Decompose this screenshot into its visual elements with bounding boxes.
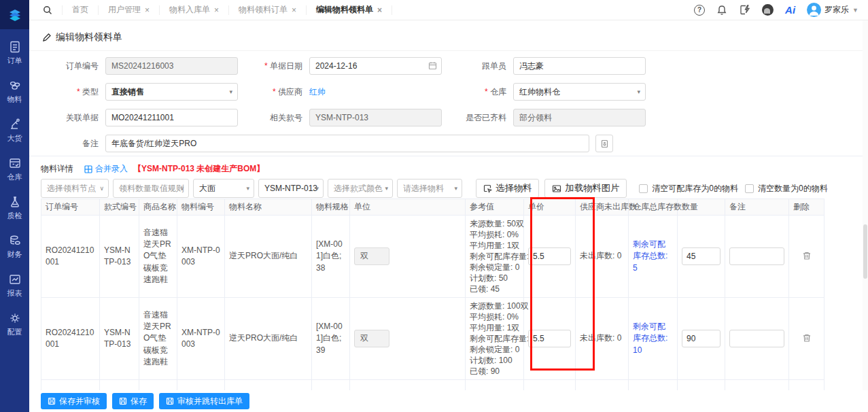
- material-part-select[interactable]: 大面 ▾: [193, 179, 254, 198]
- warehouse-stock-link[interactable]: 剩余可配库存总数: 10: [633, 322, 667, 355]
- qty-input[interactable]: [682, 330, 721, 347]
- supplier-link[interactable]: 红帅: [309, 87, 326, 97]
- user-menu[interactable]: 罗家乐 ▼: [807, 3, 858, 17]
- save-and-approve-button[interactable]: 保存并审核: [41, 393, 107, 409]
- app-logo[interactable]: [0, 0, 29, 29]
- type-select[interactable]: [105, 83, 238, 101]
- quick-actions-icon[interactable]: [739, 4, 750, 16]
- checkbox-icon[interactable]: [639, 184, 648, 193]
- style-color-select[interactable]: 选择款式颜色 ▾: [328, 179, 393, 198]
- type-label: 类型: [41, 86, 105, 98]
- requisition-node-select[interactable]: 选择领料节点 ∨: [41, 179, 109, 198]
- merge-entry-link[interactable]: 合并录入: [84, 163, 128, 175]
- ref-line: 计划数: 50: [470, 273, 519, 284]
- ref-line: 来源数量: 100双: [470, 301, 519, 311]
- button-label: 保存: [131, 396, 147, 407]
- calendar-icon[interactable]: [428, 61, 437, 70]
- trash-icon: [802, 251, 812, 260]
- close-icon[interactable]: ×: [292, 6, 296, 14]
- material-select[interactable]: 请选择物料 ▾: [397, 179, 462, 198]
- clear-zero-qty-checkbox[interactable]: 清空数量为0的物料: [745, 183, 828, 194]
- tab-material-requisition-order[interactable]: 物料领料订单 ×: [229, 5, 307, 15]
- approve-and-jump-outbound-button[interactable]: 审核并跳转出库单: [159, 393, 249, 409]
- row-remark-input[interactable]: [729, 247, 784, 265]
- select-value: 大面: [199, 183, 215, 194]
- select-value: 请选择物料: [403, 183, 444, 194]
- delete-row-button[interactable]: [802, 333, 812, 345]
- ref-line: 剩余可配库存量: 10: [470, 333, 519, 344]
- cell-material-name: 逆天PRO大面/纯白: [225, 216, 312, 298]
- sidebar-item-finance[interactable]: 财务: [7, 234, 22, 260]
- sidebar-item-bulk-goods[interactable]: 大货: [7, 118, 22, 143]
- theme-avatar-icon[interactable]: [762, 4, 774, 16]
- remark-label: 备注: [41, 138, 105, 150]
- close-icon[interactable]: ×: [214, 6, 219, 14]
- sidebar-item-label: 报表: [7, 288, 22, 298]
- clear-zero-stock-checkbox[interactable]: 清空可配库存为0的物料: [639, 183, 738, 194]
- remark-field[interactable]: [105, 135, 589, 152]
- qty-input[interactable]: [682, 247, 721, 265]
- save-button[interactable]: 保存: [112, 393, 154, 409]
- sidebar-item-quality[interactable]: 质检: [7, 195, 22, 221]
- divider: [29, 50, 868, 51]
- col-product-name: 商品名称: [139, 199, 177, 216]
- search-icon[interactable]: [43, 5, 52, 15]
- cell-supplier-pending: 未出库数: 0: [576, 298, 629, 380]
- tab-label: 物料入库单: [169, 4, 210, 16]
- tab-edit-material-requisition[interactable]: 编辑物料领料单 ×: [307, 5, 392, 15]
- ref-line: 平均用量: 1双: [470, 240, 519, 251]
- sidebar-item-reports[interactable]: 报表: [7, 273, 22, 298]
- sidebar-item-label: 质检: [7, 211, 22, 221]
- sidebar-item-orders[interactable]: 订单: [7, 40, 22, 66]
- row-remark-input[interactable]: [729, 330, 784, 347]
- button-label: 审核并跳转出库单: [177, 396, 243, 407]
- style-no-select[interactable]: YSM-NTP-013 ▾: [258, 179, 324, 198]
- logo-icon: [7, 7, 23, 23]
- unit-price-input[interactable]: [528, 330, 571, 347]
- image-icon: [552, 184, 561, 193]
- close-icon[interactable]: ×: [377, 6, 382, 14]
- checkbox-icon[interactable]: [745, 184, 754, 193]
- tab-label: 用户管理: [108, 4, 141, 16]
- close-icon[interactable]: ×: [145, 6, 150, 14]
- ref-line: 已领: 90: [470, 366, 519, 377]
- col-reference: 参考值: [466, 199, 524, 216]
- related-doc-field[interactable]: [105, 109, 238, 126]
- merchandiser-field[interactable]: [513, 57, 646, 75]
- scrollbar[interactable]: [863, 20, 868, 412]
- tab-label: 编辑物料领料单: [316, 4, 373, 16]
- warehouse-stock-link[interactable]: 剩余可配库存总数: 5: [633, 239, 667, 273]
- remark-template-button[interactable]: [595, 135, 613, 152]
- warehouse-select[interactable]: [513, 83, 646, 101]
- tab-user-management[interactable]: 用户管理 ×: [99, 5, 160, 15]
- doc-date-field[interactable]: [309, 57, 442, 75]
- help-icon[interactable]: ?: [694, 5, 705, 16]
- delete-row-button[interactable]: [802, 251, 812, 262]
- bell-icon[interactable]: [716, 5, 727, 16]
- related-style-field: [309, 109, 442, 126]
- sidebar-item-label: 大货: [7, 133, 22, 143]
- warehouse-label: 仓库: [449, 86, 513, 98]
- cell-spec: [XM-001]白色;38: [312, 216, 350, 298]
- ref-line: 来源数量: 50双: [470, 218, 519, 229]
- sidebar-item-label: 财务: [7, 250, 22, 260]
- sidebar-item-warehouse[interactable]: 仓库: [7, 156, 22, 182]
- order-no-field: [105, 57, 238, 75]
- load-material-images-button[interactable]: 加载物料图片: [544, 179, 627, 198]
- sidebar-item-materials[interactable]: 物料: [7, 79, 22, 105]
- sidebar-item-settings[interactable]: 配置: [7, 311, 22, 337]
- chevron-down-icon: ▼: [852, 7, 858, 14]
- order-no-label: 订单编号: [41, 61, 105, 72]
- save-icon: [48, 397, 56, 405]
- quality-icon: [8, 195, 22, 209]
- tab-material-inbound[interactable]: 物料入库单 ×: [160, 5, 229, 15]
- bulk-goods-icon: [8, 118, 22, 131]
- quantity-rule-select[interactable]: 领料数量取值规则 ∨: [113, 179, 189, 198]
- unit-price-input[interactable]: [528, 247, 571, 265]
- sidebar-item-label: 配置: [7, 327, 22, 337]
- tab-home[interactable]: 首页: [63, 5, 99, 15]
- scrollbar-thumb[interactable]: [863, 224, 867, 279]
- cell-material-no: XM-NTP-0003: [177, 298, 225, 380]
- select-material-button[interactable]: 选择物料: [476, 179, 539, 198]
- ai-logo[interactable]: Ai: [785, 4, 795, 16]
